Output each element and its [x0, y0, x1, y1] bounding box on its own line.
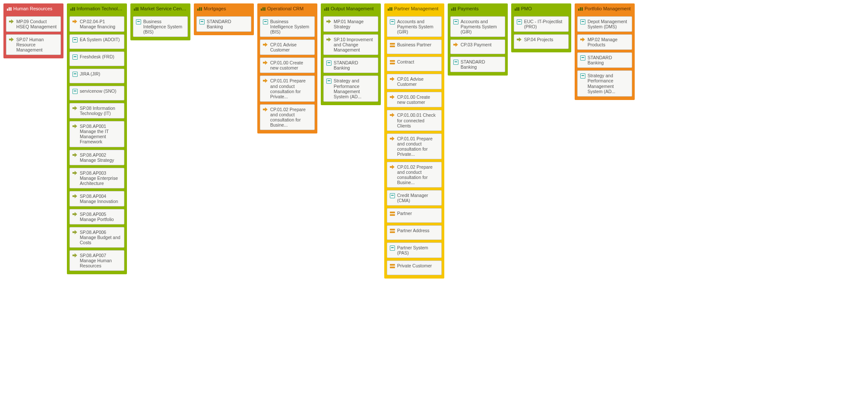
- card-item[interactable]: Strategy and Performance Management Syst…: [577, 70, 632, 96]
- chart-icon: [134, 6, 139, 11]
- card-item[interactable]: CP.01.01 Prepare and conduct consultatio…: [387, 133, 442, 159]
- card-item[interactable]: SP.10 Improvement and Change Management: [323, 34, 378, 55]
- chart-icon: [7, 6, 12, 11]
- card-item[interactable]: MP.02 Manage Products: [577, 34, 632, 50]
- app-icon: [580, 73, 585, 79]
- card-label: MP.02 Manage Products: [588, 37, 629, 47]
- column-human-resources: Human ResourcesMP.09 Conduct HSEQ Manage…: [3, 3, 63, 58]
- column-mortgages: MortgagesSTANDARD Banking: [194, 3, 254, 35]
- card-item[interactable]: SP.08.AP002 Manage Strategy: [69, 150, 124, 165]
- card-label: SP.08.AP003 Manage Enterprise Architectu…: [80, 170, 121, 186]
- card-item[interactable]: CP.01 Advise Customer: [260, 39, 315, 55]
- kanban-board: Human ResourcesMP.09 Conduct HSEQ Manage…: [0, 0, 638, 287]
- card-label: SP.08 Information Technology (IT): [80, 106, 121, 116]
- card-item[interactable]: SP.04 Projects: [514, 34, 569, 49]
- card-item[interactable]: EA System (ADOIT): [69, 34, 124, 49]
- arrow-icon: [390, 113, 395, 118]
- app-icon: [390, 245, 395, 251]
- column-header[interactable]: Information Technology: [69, 3, 124, 14]
- card-item[interactable]: STANDARD Banking: [450, 57, 505, 72]
- card-item[interactable]: Contract: [387, 57, 442, 71]
- arrow-icon: [580, 37, 585, 42]
- chart-icon: [197, 6, 202, 11]
- column-header[interactable]: Operational CRM: [260, 3, 315, 14]
- column-header[interactable]: Output Management: [323, 3, 378, 14]
- card-item[interactable]: SP.08.AP003 Manage Enterprise Architectu…: [69, 168, 124, 188]
- card-item[interactable]: JIRA (JIR): [69, 69, 124, 83]
- card-item[interactable]: Strategy and Performance Management Syst…: [323, 76, 378, 101]
- card-item[interactable]: STANDARD Banking: [323, 58, 378, 73]
- card-item[interactable]: SP.07 Human Resource Management: [6, 34, 61, 55]
- card-item[interactable]: Partner Address: [387, 225, 442, 240]
- card-label: CP.01.00.01 Check for connected Clients: [397, 112, 439, 128]
- arrow-icon: [390, 95, 395, 100]
- card-item[interactable]: Private Customer: [387, 261, 442, 275]
- card-item[interactable]: SP.08.AP001 Manage the IT Management Fra…: [69, 121, 124, 147]
- card-item[interactable]: STANDARD Banking: [577, 52, 632, 68]
- card-item[interactable]: SP.08.AP005 Manage Portfolio: [69, 209, 124, 224]
- arrow-icon: [263, 79, 268, 84]
- card-label: EA System (ADOIT): [80, 37, 121, 42]
- column-header[interactable]: Market Service Center: [133, 3, 188, 14]
- card-label: Depot Management System (DMS): [588, 19, 629, 29]
- app-icon: [453, 60, 458, 65]
- card-item[interactable]: Business Intelligence System (BIS): [260, 16, 315, 37]
- card-label: CP.01 Advise Customer: [397, 76, 439, 87]
- card-item[interactable]: CP.01.00 Create new customer: [387, 92, 442, 107]
- card-label: CP.01.02 Prepare and conduct consultatio…: [397, 164, 439, 185]
- column-operational-crm: Operational CRMBusiness Intelligence Sys…: [257, 3, 317, 133]
- arrow-icon: [390, 165, 395, 170]
- card-item[interactable]: Business Partner: [387, 39, 442, 54]
- card-item[interactable]: MP.01 Manage Strategy: [323, 16, 378, 32]
- chart-icon: [70, 6, 75, 11]
- card-item[interactable]: Accounts and Payments System (GIR): [450, 16, 505, 37]
- arrow-icon: [326, 37, 332, 42]
- chart-icon: [578, 6, 583, 11]
- card-item[interactable]: Business Intelligence System (BIS): [133, 16, 188, 37]
- card-item[interactable]: Depot Management System (DMS): [577, 16, 632, 32]
- card-label: Business Intelligence System (BIS): [270, 19, 312, 34]
- card-item[interactable]: CP.01.02 Prepare and conduct consultatio…: [260, 104, 315, 130]
- card-item[interactable]: SP.08 Information Technology (IT): [69, 103, 124, 118]
- card-label: EUC - IT-Projectlist (PRO): [524, 19, 566, 29]
- card-item[interactable]: Credit Manager (CMA): [387, 190, 442, 206]
- chart-icon: [388, 6, 392, 11]
- card-label: Credit Manager (CMA): [397, 193, 439, 203]
- card-item[interactable]: Freshdesk (FRD): [69, 52, 124, 66]
- column-header[interactable]: Mortgages: [196, 3, 251, 14]
- card-item[interactable]: CP.01.02 Prepare and conduct consultatio…: [387, 162, 442, 188]
- card-item[interactable]: CP.01.01 Prepare and conduct consultatio…: [260, 76, 315, 101]
- card-item[interactable]: servicenow (SNO): [69, 86, 124, 100]
- column-header[interactable]: Human Resources: [6, 3, 61, 14]
- card-item[interactable]: SP.08.AP007 Manage Human Resources: [69, 250, 124, 271]
- card-item[interactable]: Accounts and Payments System (GIR): [387, 16, 442, 37]
- card-label: Contract: [397, 59, 439, 64]
- arrow-icon: [72, 153, 78, 158]
- card-item[interactable]: CP.01.00.01 Check for connected Clients: [387, 110, 442, 130]
- card-item[interactable]: CP.03 Payment: [450, 39, 505, 54]
- card-label: Private Customer: [397, 263, 439, 268]
- card-item[interactable]: Partner: [387, 208, 442, 223]
- app-icon: [580, 19, 585, 24]
- card-label: CP.01 Advise Customer: [270, 42, 312, 52]
- card-item[interactable]: CP.01.00 Create new customer: [260, 58, 315, 73]
- column-title: PMO: [521, 6, 532, 11]
- card-item[interactable]: Partner System (PAS): [387, 242, 442, 258]
- card-item[interactable]: CP.02.04-P1 Manage financing: [69, 16, 124, 32]
- column-header[interactable]: Payments: [450, 3, 505, 14]
- column-header[interactable]: Partner Management: [387, 3, 442, 14]
- card-item[interactable]: MP.09 Conduct HSEQ Management: [6, 16, 61, 32]
- column-header[interactable]: PMO: [514, 3, 569, 14]
- card-label: SP.08.AP007 Manage Human Resources: [80, 253, 121, 268]
- card-item[interactable]: SP.08.AP006 Manage Budget and Costs: [69, 227, 124, 248]
- card-label: MP.01 Manage Strategy: [334, 19, 375, 29]
- card-item[interactable]: CP.01 Advise Customer: [387, 74, 442, 89]
- chart-icon: [324, 6, 329, 11]
- card-item[interactable]: STANDARD Banking: [196, 16, 251, 32]
- card-item[interactable]: EUC - IT-Projectlist (PRO): [514, 16, 569, 32]
- column-header[interactable]: Portfolio Management: [577, 3, 632, 14]
- arrow-icon: [326, 19, 332, 24]
- card-item[interactable]: SP.08.AP004 Manage Innovation: [69, 191, 124, 206]
- card-label: JIRA (JIR): [80, 71, 121, 76]
- app-icon: [517, 19, 522, 24]
